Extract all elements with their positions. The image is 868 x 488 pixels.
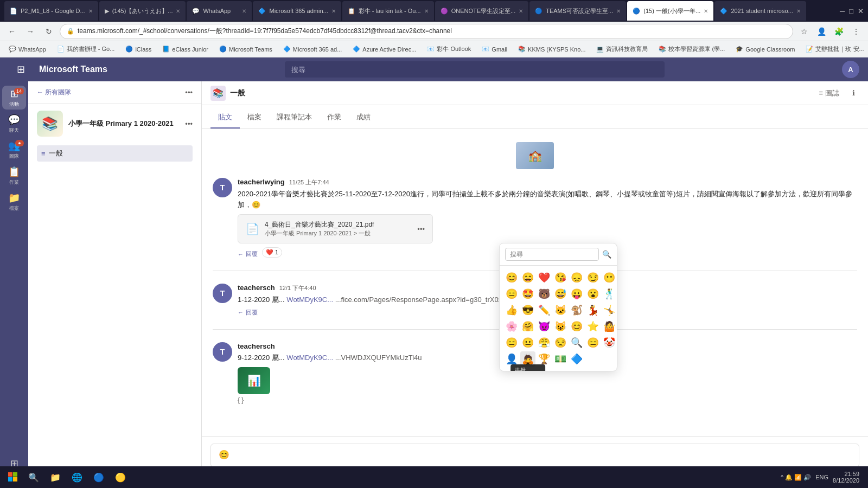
rail-item-assignments[interactable]: 📋 作業	[2, 164, 26, 188]
taskbar-ie-btn[interactable]: 🔵	[89, 467, 108, 487]
menu-btn[interactable]: ⋮	[848, 24, 864, 39]
bookmark-doc[interactable]: 📄 我的書辦理 - Go...	[53, 43, 119, 56]
emoji-tongue[interactable]: 😛	[569, 286, 584, 301]
tab-close-btn[interactable]: ✕	[424, 8, 429, 14]
emoji-bow[interactable]: 🙇 拱揖 拱揖 (bow)	[520, 351, 535, 367]
tab-close-btn[interactable]: ✕	[331, 8, 336, 14]
emoji-sweat-smile[interactable]: 😅	[553, 286, 568, 301]
bookmark-star-btn[interactable]: ☆	[796, 24, 812, 39]
bookmark-aioffice[interactable]: 📝 艾辦批批｜玫 安...	[801, 43, 868, 56]
bookmark-eclass[interactable]: 📘 eClass Junior	[158, 43, 213, 56]
minimize-btn[interactable]: ─	[840, 7, 845, 15]
back-to-teams-btn[interactable]: ← 所有團隊	[37, 88, 71, 97]
reload-btn[interactable]: ↻	[41, 24, 56, 39]
emoji-smile[interactable]: 😊	[504, 270, 519, 285]
emoji-trophy[interactable]: 🏆	[537, 351, 552, 367]
tab-close-btn[interactable]: ✕	[796, 8, 801, 14]
emoji-pencil[interactable]: ✏️	[537, 303, 552, 318]
rail-item-chat[interactable]: 💬 聊天	[2, 112, 26, 136]
emoji-bear[interactable]: 🐻	[537, 286, 552, 301]
tab-cainyu[interactable]: 📋 彩牛 - lau kin tak - Ou... ✕	[342, 1, 434, 21]
emoji-neutral2[interactable]: 😐	[520, 335, 535, 350]
bookmark-gmail[interactable]: 📧 Gmail	[477, 43, 512, 56]
message-input[interactable]: 😊	[210, 444, 859, 467]
bookmark-whatsapp[interactable]: 💬 WhatsApp	[4, 43, 50, 56]
emoji-expressionless[interactable]: 😑	[504, 286, 519, 301]
start-btn[interactable]	[4, 468, 22, 486]
tab-close-btn[interactable]: ✕	[88, 8, 93, 14]
user-avatar[interactable]: A	[842, 61, 859, 78]
emoji-trigger-icon[interactable]: 😊	[219, 450, 229, 459]
messages-area[interactable]: 🏫 T teacherlwying 11/25 上午7:44 2020-2021…	[202, 129, 868, 436]
tab-teams-active[interactable]: 🔵 (15) 一般(小)學一年... ✕	[627, 1, 713, 21]
emoji-angry[interactable]: 😤	[537, 335, 552, 350]
rail-item-files[interactable]: 📁 檔案	[2, 190, 26, 214]
emoji-thumbsup[interactable]: 👍	[504, 303, 519, 318]
tab-teams-setup[interactable]: 🔵 TEAMS可否設定學生至... ✕	[529, 1, 626, 21]
bookmark-azure[interactable]: 🔷 Azure Active Direc...	[348, 43, 420, 56]
reply-btn-1[interactable]: ← 回覆	[238, 250, 258, 258]
tab-close-btn[interactable]: ✕	[704, 8, 708, 14]
teams-grid-btn[interactable]: ⊞	[9, 57, 33, 81]
emoji-cat[interactable]: 🐱	[553, 303, 568, 318]
tab-close-btn[interactable]: ✕	[242, 8, 246, 14]
emoji-person[interactable]: 👤	[504, 351, 519, 367]
attachment-pdf[interactable]: 📄 4_藝術日_音樂才藝比賽_2020_21.pdf 小學一年級 Primary…	[238, 214, 433, 243]
tab-onenote[interactable]: 🟣 ONENOTE學生設定至... ✕	[435, 1, 529, 21]
bookmark-classroom[interactable]: 🎓 Google Classroom	[731, 43, 799, 56]
tab-grades[interactable]: 成績	[349, 107, 378, 129]
emoji-dance[interactable]: 💃	[585, 303, 601, 318]
emoji-blue-circle[interactable]: 🔷	[569, 351, 584, 367]
emoji-heart[interactable]: ❤️	[537, 270, 552, 285]
rail-item-activity[interactable]: ⊞ 14 活動	[2, 86, 26, 110]
tab-student[interactable]: 🔷 2021 student microso... ✕	[714, 1, 806, 21]
emoji-happy2[interactable]: 😊	[569, 319, 584, 334]
tab-whatsapp[interactable]: 💬 WhatsApp ✕	[187, 1, 252, 21]
emoji-flower[interactable]: 🌸	[504, 319, 519, 334]
emoji-star[interactable]: ⭐	[585, 319, 601, 334]
bookmark-resources[interactable]: 📚 校本學習資源庫 (學...	[654, 43, 729, 56]
tab-close-btn[interactable]: ✕	[616, 8, 621, 14]
taskbar-search-btn[interactable]: 🔍	[24, 467, 43, 487]
tab-posts[interactable]: 貼文	[210, 107, 240, 129]
bookmark-m365[interactable]: 🔷 Microsoft 365 ad...	[279, 43, 347, 56]
taskbar-browser-btn[interactable]: 🌐	[67, 467, 87, 487]
emoji-sad[interactable]: 😞	[569, 270, 584, 285]
emoji-open-mouth[interactable]: 😮	[585, 286, 601, 301]
emoji-smile2[interactable]: 😺	[553, 319, 568, 334]
emoji-cool[interactable]: 😎	[520, 303, 535, 318]
teams-search-input[interactable]	[285, 61, 665, 78]
info-btn[interactable]: ℹ	[848, 86, 859, 100]
tab-close-btn[interactable]: ✕	[519, 8, 523, 14]
emoji-shrug[interactable]: 🤷	[602, 319, 617, 334]
bookmark-ict[interactable]: 💻 資訊科技教育局	[592, 43, 652, 56]
bookmark-teams[interactable]: 🔵 Microsoft Teams	[215, 43, 277, 56]
emoji-cartwheel[interactable]: 🤸	[602, 303, 617, 318]
emoji-flat[interactable]: 😑	[585, 335, 601, 350]
view-toggle-btn[interactable]: ≡ 圖誌	[814, 86, 844, 100]
attachment-more-btn[interactable]: •••	[417, 225, 425, 233]
emoji-smirk[interactable]: 😏	[585, 270, 601, 285]
emoji-star-eyes[interactable]: 🤩	[520, 286, 535, 301]
more-teams-btn[interactable]: •••	[185, 88, 193, 97]
rail-item-teams[interactable]: 👥 ● 圖隊	[2, 138, 26, 162]
emoji-laugh[interactable]: 😄	[520, 270, 535, 285]
back-btn[interactable]: ←	[4, 24, 20, 39]
address-bar[interactable]: 🔒 teams.microsoft.com/_#school/conversat…	[60, 24, 793, 39]
maximize-btn[interactable]: □	[849, 7, 853, 15]
tab-m365[interactable]: 🔷 Microsoft 365 admin... ✕	[253, 1, 341, 21]
emoji-unamused[interactable]: 😒	[553, 335, 568, 350]
extensions-btn[interactable]: 🧩	[831, 24, 846, 39]
tab-google-doc[interactable]: 📄 P2_M1_L8 - Google D... ✕	[4, 1, 98, 21]
message-link-3[interactable]: WotMDyK9C...	[286, 354, 333, 362]
tab-notebook[interactable]: 課程筆記本	[269, 107, 320, 129]
emoji-blank[interactable]: 😶	[602, 270, 617, 285]
tab-close-btn[interactable]: ✕	[176, 8, 180, 14]
emoji-clown[interactable]: 🤡	[602, 335, 617, 350]
tab-youtube[interactable]: ▶ (145)【あいうえお】... ✕	[99, 1, 186, 21]
emoji-hugging[interactable]: 🤗	[520, 319, 535, 334]
emoji-kiss[interactable]: 😘	[553, 270, 568, 285]
emoji-dollar[interactable]: 💵	[553, 351, 568, 367]
emoji-neutral[interactable]: 😑	[504, 335, 519, 350]
taskbar-explorer-btn[interactable]: 📁	[46, 467, 65, 487]
